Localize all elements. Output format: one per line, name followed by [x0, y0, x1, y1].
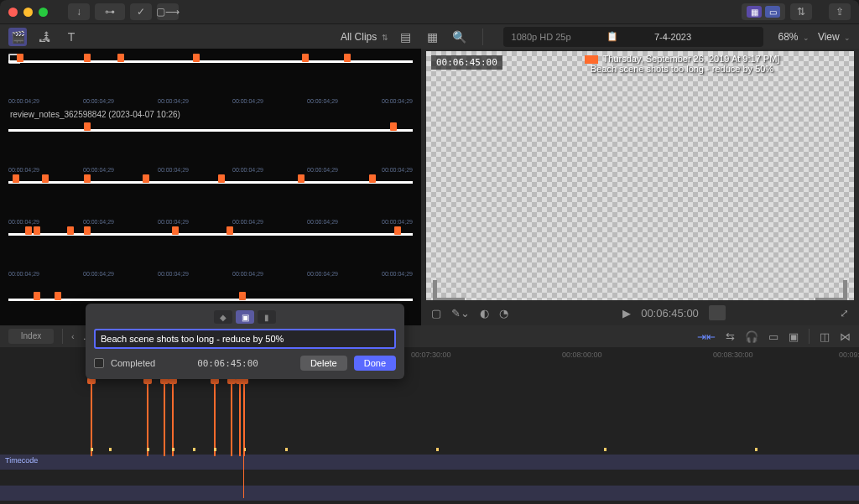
marker-tab-todo[interactable]: ▣ [236, 310, 254, 324]
clip-marker[interactable] [239, 292, 246, 300]
completed-checkbox[interactable] [94, 358, 104, 368]
delete-button[interactable]: Delete [300, 356, 347, 371]
clip-marker[interactable] [67, 226, 74, 235]
timeline-tracks[interactable]: Timecode [0, 364, 859, 498]
video-track[interactable] [0, 486, 859, 501]
clip-marker[interactable] [42, 174, 49, 183]
clip-marker[interactable] [226, 226, 233, 235]
clip-marker[interactable] [298, 174, 305, 183]
index-button[interactable]: Index [8, 329, 54, 344]
timecode-track-label: Timecode [5, 456, 38, 465]
clip-marker[interactable] [117, 54, 124, 62]
transform-icon[interactable]: ▢ [431, 307, 441, 320]
retime-icon[interactable]: ◔ [499, 307, 508, 320]
titlebar: ↓ ⊶ ✓ ▢⟶ ▦ ▭ ⇅ ⇪ [0, 0, 859, 23]
nav-prev-icon[interactable]: ‹ [71, 331, 75, 341]
ruler-tick: 00:08:00:00 [562, 351, 602, 359]
overlay-line1: Thursday, September 26, 2019 At 9:17 PM] [603, 54, 780, 64]
clip-marker[interactable] [17, 54, 23, 62]
clip-marker[interactable] [390, 122, 397, 131]
marker-color-swatch [585, 55, 598, 64]
extensions-button[interactable]: ▢⟶ [157, 3, 179, 20]
clip-marker[interactable] [84, 226, 91, 235]
timecode-track[interactable] [0, 455, 859, 470]
viewer-transport: ▢ ✎⌄ ◐ ◔ ▶ 00:06:45:00 ⤢ [421, 300, 859, 325]
zoom-level[interactable]: 68% ⌄ [778, 31, 810, 43]
tool-connect-icon[interactable]: ◫ [820, 330, 830, 343]
search-icon[interactable]: 🔍 [450, 28, 469, 46]
minimize-window[interactable] [23, 8, 33, 17]
clip-marker[interactable] [218, 174, 225, 183]
filmstrip-row[interactable]: 00:00:04;2900:00:04;2900:00:04;2900:00:0… [8, 54, 413, 106]
view-menu[interactable]: View ⌄ [818, 31, 851, 43]
clip-marker[interactable] [193, 54, 200, 62]
timeline-marker[interactable] [214, 381, 216, 456]
ruler-tick: 00:07:30:00 [411, 351, 451, 359]
tool-insert-icon[interactable]: ⋈ [840, 330, 851, 343]
list-icon[interactable]: ▦ [424, 28, 442, 46]
timeline-tick [147, 448, 149, 451]
clip-marker[interactable] [25, 226, 32, 235]
clip-marker[interactable] [344, 54, 351, 62]
tool-trim-icon[interactable]: ⇆ [726, 330, 735, 343]
enhance-icon[interactable]: ◐ [480, 307, 489, 320]
tool-select-icon[interactable]: ⇥⇤ [697, 330, 716, 343]
clip-marker[interactable] [55, 292, 61, 300]
timeline-tick [109, 448, 112, 451]
timeline-marker[interactable] [172, 381, 174, 456]
workspace-browser-icon[interactable]: ▦ [747, 6, 762, 18]
clip-marker[interactable] [143, 174, 149, 183]
crop-icon[interactable]: ✎⌄ [451, 307, 470, 320]
tool-audio-icon[interactable]: 🎧 [745, 330, 758, 343]
close-window[interactable] [8, 8, 18, 17]
filmstrip-icon[interactable]: ▤ [397, 28, 415, 46]
photos-icon[interactable]: 🏞 [35, 28, 54, 46]
marker-timecode: 00:06:45:00 [197, 358, 258, 369]
playhead[interactable] [243, 364, 244, 498]
timeline-marker[interactable] [231, 381, 232, 456]
filmstrip-row[interactable]: 00:00:04;2900:00:04;2900:00:04;2900:00:0… [8, 174, 413, 226]
timeline-tick [91, 448, 93, 451]
timeline-marker[interactable] [164, 381, 165, 456]
marker-tab-standard[interactable]: ◆ [214, 310, 232, 324]
play-button[interactable]: ▶ [622, 307, 631, 320]
clip-marker[interactable] [84, 54, 91, 62]
clip-marker[interactable] [84, 174, 91, 183]
workspace-timeline-icon[interactable]: ▭ [765, 6, 780, 18]
inspector-toggle[interactable]: ⇅ [790, 3, 812, 20]
marker-note-input[interactable] [94, 329, 396, 349]
background-tasks-button[interactable]: ✓ [130, 3, 152, 20]
overlay-line2: Beach scene shots too long - reduce by 5… [591, 64, 773, 74]
clip-marker[interactable] [369, 174, 376, 183]
clip-marker[interactable] [394, 226, 401, 235]
viewer-canvas[interactable] [426, 51, 854, 309]
filmstrip-row[interactable]: 00:00:04;2900:00:04;2900:00:04;2900:00:0… [8, 226, 413, 278]
keyword-button[interactable]: ⊶ [95, 3, 125, 20]
clips-filter[interactable]: All Clips ⇅ [341, 31, 388, 43]
workspace-switcher: ▦ ▭ [742, 3, 785, 20]
timeline-marker[interactable] [239, 381, 241, 456]
library-icon[interactable]: 🎬 [8, 28, 27, 46]
clip-marker[interactable] [302, 54, 309, 62]
marker-tab-chapter[interactable]: ▮ [258, 310, 276, 324]
filmstrip-row[interactable]: 00:00:04;2900:00:04;2900:00:04;2900:00:0… [8, 122, 413, 174]
timeline-marker[interactable] [91, 381, 92, 456]
clip-marker[interactable] [13, 174, 19, 183]
clip-marker[interactable] [84, 122, 91, 131]
clip-marker[interactable] [34, 226, 40, 235]
fullscreen-icon[interactable]: ⤢ [840, 307, 849, 320]
clip-marker[interactable] [172, 226, 179, 235]
done-button[interactable]: Done [354, 356, 396, 371]
clip-name-label: review_notes_362598842 (2023-04-07 10:26… [10, 110, 180, 119]
share-button[interactable]: ⇪ [829, 3, 851, 20]
titles-icon[interactable]: T [62, 28, 81, 46]
timeline-marker[interactable] [147, 381, 148, 456]
ruler-tick: 00:09:00:0 [839, 351, 859, 359]
transport-timecode: 00:06:45:00 [641, 307, 699, 320]
clip-marker[interactable] [34, 292, 40, 300]
timeline-tick [436, 448, 439, 451]
tool-snap-icon[interactable]: ▭ [768, 330, 778, 343]
zoom-window[interactable] [39, 8, 48, 17]
tool-skim-icon[interactable]: ▣ [789, 330, 799, 343]
import-button[interactable]: ↓ [68, 3, 90, 20]
